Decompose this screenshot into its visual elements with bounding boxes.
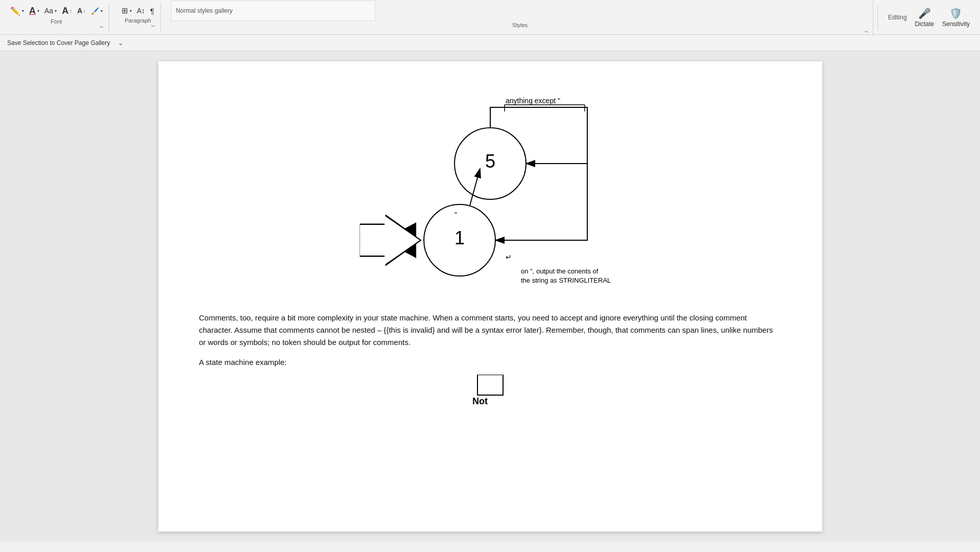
font-style-button[interactable]: Aa ▾ [42, 6, 59, 16]
highlight-button[interactable]: 🖌️ ▾ [89, 6, 105, 16]
font-shrink-icon: A [77, 7, 82, 15]
pilcrow-icon: ¶ [150, 7, 154, 15]
table-icon: ⊞ [122, 6, 128, 15]
paragraph-comments: Comments, too, require a bit more comple… [199, 312, 781, 349]
state1-label: 1 [454, 227, 464, 248]
font-a-icon: A [29, 6, 36, 16]
font-section: ✏️ ▾ A ▾ Aa ▾ A ↑ A ↓ 🖌️ ▾ [4, 3, 109, 32]
sort-icon: A↕ [137, 7, 145, 15]
paragraph-controls-row: ⊞ ▾ A↕ ¶ [119, 5, 156, 16]
save-selection-button[interactable]: Save Selection to Cover Page Gallery [4, 38, 113, 48]
font-expand-icon[interactable]: ⌙ [100, 24, 104, 29]
output-label-line2: the string as STRINGLITERAL [521, 277, 611, 284]
highlight-caret-icon: ▾ [101, 9, 103, 13]
font-color-caret-icon: ▾ [37, 9, 39, 13]
font-controls-row: ✏️ ▾ A ▾ Aa ▾ A ↑ A ↓ 🖌️ ▾ [8, 5, 105, 17]
font-grow-superscript: ↑ [69, 8, 72, 14]
pilcrow-button[interactable]: ¶ [148, 6, 156, 16]
editing-item: Editing [888, 14, 907, 21]
styles-expand-icon[interactable]: ⌙ [865, 28, 869, 34]
paragraph-state-machine-example: A state machine example: [199, 358, 781, 366]
paragraph-section: ⊞ ▾ A↕ ¶ Paragraph ⌙ [115, 3, 161, 31]
state5-label: 5 [485, 151, 495, 172]
ribbon-toolbar: ✏️ ▾ A ▾ Aa ▾ A ↑ A ↓ 🖌️ ▾ [0, 0, 980, 35]
right-section: Editing 🎤 Dictate 🛡️ Sensitivity [882, 5, 976, 30]
document-area: 5 anything except " 1 [0, 51, 980, 542]
state-machine-diagram: 5 anything except " 1 [332, 82, 649, 296]
font-color-button[interactable]: A ▾ [27, 5, 41, 17]
ribbon-dropdown-button[interactable]: ⌄ [115, 38, 126, 48]
styles-gallery[interactable]: Normal styles gallery [171, 1, 375, 21]
pencil-caret-icon: ▾ [22, 9, 24, 13]
paragraph-expand-icon[interactable]: ⌙ [151, 22, 155, 28]
dictate-label: Dictate [915, 20, 934, 28]
output-label-line1: on ", output the conents of [521, 267, 599, 275]
pencil-icon: ✏️ [10, 6, 20, 16]
styles-section: Normal styles gallery Styles ⌙ [167, 0, 873, 36]
pencil-button[interactable]: ✏️ ▾ [8, 5, 26, 17]
document-page: 5 anything except " 1 [158, 61, 822, 532]
sensitivity-item[interactable]: 🛡️ Sensitivity [942, 7, 970, 28]
font-label: Font [8, 18, 105, 25]
font-shrink-button[interactable]: A ↓ [75, 6, 88, 16]
return-label: ↵ [506, 253, 512, 261]
styles-label: Styles [171, 22, 869, 28]
sort-button[interactable]: A↕ [135, 6, 147, 16]
entry-arrow-inner [360, 216, 420, 265]
ribbon-bar: Save Selection to Cover Page Gallery ⌄ [0, 35, 980, 51]
ribbon-dropdown-icon: ⌄ [118, 39, 123, 47]
font-aa-icon: Aa [44, 7, 53, 15]
highlight-icon: 🖌️ [91, 7, 99, 15]
bottom-diagram-svg: Not [460, 375, 521, 405]
sensitivity-icon: 🛡️ [949, 7, 962, 19]
bottom-not-text: Not [472, 396, 488, 405]
quote-input-label: " [455, 211, 457, 219]
bottom-rect [477, 375, 503, 395]
font-grow-button[interactable]: A ↑ [60, 5, 74, 17]
toolbar-divider [877, 5, 878, 30]
editing-label: Editing [888, 14, 907, 21]
bottom-diagram-preview: Not [199, 375, 781, 405]
sensitivity-label: Sensitivity [942, 20, 970, 28]
styles-gallery-label: Normal styles gallery [176, 7, 232, 14]
aa-caret-icon: ▾ [55, 9, 57, 13]
font-shrink-superscript: ↓ [83, 8, 86, 13]
loop-label: anything except " [506, 97, 560, 105]
dictate-icon: 🎤 [918, 7, 931, 19]
table-button[interactable]: ⊞ ▾ [119, 5, 134, 16]
font-grow-icon: A [62, 6, 68, 16]
dictate-item[interactable]: 🎤 Dictate [915, 7, 934, 28]
diagram-container: 5 anything except " 1 [199, 82, 781, 296]
table-caret-icon: ▾ [130, 9, 132, 13]
